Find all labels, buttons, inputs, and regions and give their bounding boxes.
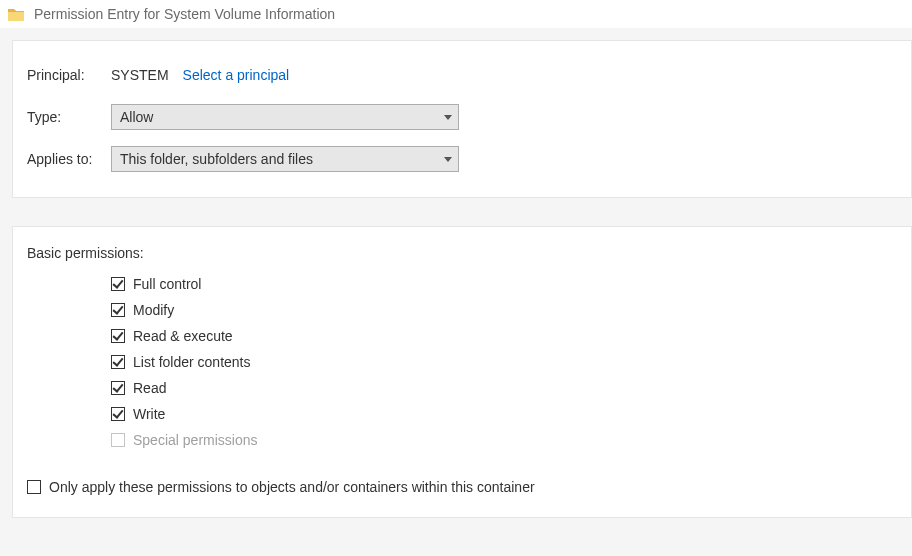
applies-to-dropdown[interactable]: This folder, subfolders and files [111,146,459,172]
permission-checkbox[interactable] [111,277,125,291]
permission-item: Special permissions [111,427,911,453]
permissions-panel: Basic permissions: Full controlModifyRea… [12,226,912,518]
applies-to-dropdown-value: This folder, subfolders and files [120,151,313,167]
permission-checkbox[interactable] [111,381,125,395]
permission-checkbox[interactable] [111,329,125,343]
principal-value: SYSTEM [111,67,169,83]
permission-item: Read & execute [111,323,911,349]
permission-list: Full controlModifyRead & executeList fol… [13,267,911,453]
chevron-down-icon [444,157,452,162]
applies-to-label: Applies to: [27,151,111,167]
type-label: Type: [27,109,111,125]
applies-to-row: Applies to: This folder, subfolders and … [13,143,911,175]
window-title: Permission Entry for System Volume Infor… [34,6,335,22]
permission-label: Read [133,380,166,396]
type-dropdown-value: Allow [120,109,153,125]
principal-label: Principal: [27,67,111,83]
select-principal-link[interactable]: Select a principal [183,67,290,83]
permission-label: Special permissions [133,432,258,448]
principal-row: Principal: SYSTEM Select a principal [13,59,911,91]
permission-checkbox [111,433,125,447]
permission-checkbox[interactable] [111,355,125,369]
type-dropdown[interactable]: Allow [111,104,459,130]
permission-item: Full control [111,271,911,297]
basic-permissions-header: Basic permissions: [13,245,911,267]
permission-item: Read [111,375,911,401]
permission-label: Read & execute [133,328,233,344]
chevron-down-icon [444,115,452,120]
permission-checkbox[interactable] [111,303,125,317]
only-apply-label: Only apply these permissions to objects … [49,479,535,495]
principal-panel: Principal: SYSTEM Select a principal Typ… [12,40,912,198]
title-bar: Permission Entry for System Volume Infor… [0,0,912,28]
folder-icon [8,7,24,21]
permission-label: List folder contents [133,354,251,370]
permission-item: Modify [111,297,911,323]
permission-label: Write [133,406,165,422]
only-apply-row: Only apply these permissions to objects … [13,453,911,495]
permission-item: List folder contents [111,349,911,375]
only-apply-checkbox[interactable] [27,480,41,494]
permission-item: Write [111,401,911,427]
permission-label: Modify [133,302,174,318]
permission-checkbox[interactable] [111,407,125,421]
type-row: Type: Allow [13,101,911,133]
permission-label: Full control [133,276,201,292]
